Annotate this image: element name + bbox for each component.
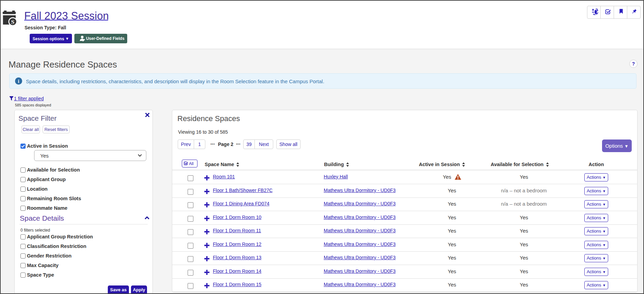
svg-text:i: i <box>18 79 19 84</box>
svg-text:S: S <box>11 18 15 25</box>
